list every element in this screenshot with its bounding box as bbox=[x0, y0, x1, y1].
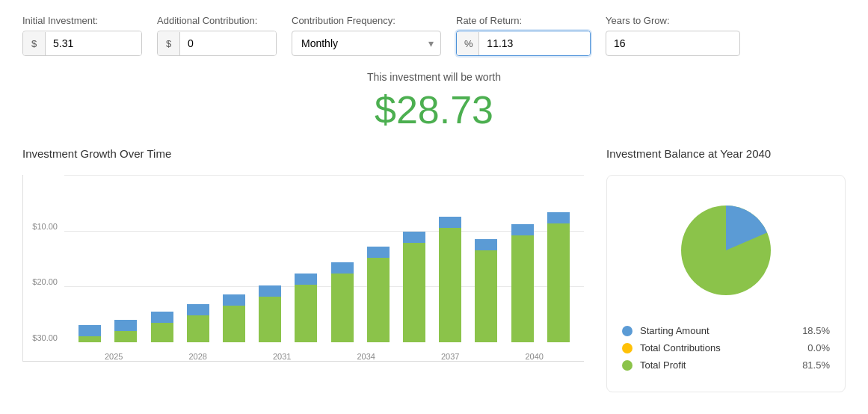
bar-green-0 bbox=[79, 336, 101, 342]
initial-investment-wrapper: $ bbox=[22, 31, 142, 56]
bar-blue-12 bbox=[511, 224, 534, 235]
legend-label-contributions: Total Contributions bbox=[640, 342, 800, 353]
pie-chart-title: Investment Balance at Year 2040 bbox=[606, 147, 846, 160]
legend: Starting Amount 18.5% Total Contribution… bbox=[622, 325, 830, 371]
bar-green-4 bbox=[223, 306, 245, 342]
x-label-0: 2025 bbox=[105, 352, 123, 361]
bar-group-6 bbox=[295, 175, 317, 342]
pie-chart-wrapper bbox=[622, 191, 830, 310]
result-subtitle: This investment will be worth bbox=[22, 71, 846, 83]
contribution-frequency-group: Contribution Frequency: Monthly Annually… bbox=[292, 15, 441, 56]
legend-pct-starting: 18.5% bbox=[802, 325, 830, 336]
x-label-5: 2040 bbox=[526, 352, 544, 361]
bar-green-11 bbox=[475, 250, 497, 342]
initial-investment-label: Initial Investment: bbox=[22, 15, 142, 26]
bar-green-12 bbox=[511, 235, 534, 342]
pie-card: Starting Amount 18.5% Total Contribution… bbox=[606, 175, 846, 392]
bar-blue-0 bbox=[79, 325, 101, 336]
y-label-0: $30.00 bbox=[23, 333, 62, 342]
bar-group-12 bbox=[511, 175, 534, 342]
legend-item-profit: Total Profit 81.5% bbox=[622, 359, 830, 371]
bar-stack-0 bbox=[79, 325, 101, 342]
main-content: Investment Growth Over Time $30.00 $20.0… bbox=[22, 147, 846, 392]
bar-stack-2 bbox=[151, 312, 173, 342]
bar-green-3 bbox=[187, 315, 209, 342]
bar-group-4 bbox=[223, 175, 245, 342]
bar-stack-10 bbox=[439, 217, 461, 342]
legend-pct-contributions: 0.0% bbox=[807, 342, 830, 353]
years-to-grow-label: Years to Grow: bbox=[606, 15, 740, 26]
bar-chart-title: Investment Growth Over Time bbox=[22, 147, 584, 160]
bar-blue-8 bbox=[367, 247, 390, 258]
bar-stack-3 bbox=[187, 304, 209, 342]
rate-of-return-group: Rate of Return: % bbox=[456, 15, 591, 56]
rate-of-return-input[interactable] bbox=[479, 31, 590, 55]
bar-green-1 bbox=[114, 331, 137, 342]
legend-dot-starting bbox=[622, 326, 632, 336]
contribution-frequency-wrapper: Monthly Annually Weekly bbox=[292, 31, 441, 56]
bar-group-2 bbox=[151, 175, 173, 342]
bar-group-3 bbox=[187, 175, 209, 342]
bar-stack-13 bbox=[547, 212, 570, 342]
bar-stack-4 bbox=[223, 294, 245, 342]
bar-group-1 bbox=[114, 175, 137, 342]
bar-blue-3 bbox=[187, 304, 209, 315]
legend-dot-profit bbox=[622, 360, 632, 371]
bar-blue-5 bbox=[259, 285, 281, 297]
bar-green-5 bbox=[259, 297, 281, 342]
additional-contribution-input[interactable] bbox=[180, 31, 276, 55]
legend-item-contributions: Total Contributions 0.0% bbox=[622, 342, 830, 353]
initial-investment-prefix: $ bbox=[23, 32, 46, 55]
legend-pct-profit: 81.5% bbox=[802, 359, 830, 371]
bar-group-11 bbox=[475, 175, 497, 342]
initial-investment-input[interactable] bbox=[46, 31, 141, 55]
x-label-4: 2037 bbox=[441, 352, 459, 361]
x-label-3: 2034 bbox=[357, 352, 375, 361]
contribution-frequency-label: Contribution Frequency: bbox=[292, 15, 441, 26]
bar-blue-6 bbox=[295, 274, 317, 285]
legend-label-starting: Starting Amount bbox=[640, 325, 795, 336]
rate-of-return-label: Rate of Return: bbox=[456, 15, 591, 26]
bar-green-9 bbox=[403, 243, 425, 342]
bar-blue-11 bbox=[475, 239, 497, 250]
contribution-frequency-select[interactable]: Monthly Annually Weekly bbox=[292, 31, 441, 56]
bar-blue-13 bbox=[547, 212, 570, 223]
bar-group-5 bbox=[259, 175, 281, 342]
bar-stack-5 bbox=[259, 285, 281, 342]
bar-stack-7 bbox=[331, 262, 354, 342]
years-to-grow-input[interactable] bbox=[606, 31, 740, 56]
bar-blue-9 bbox=[403, 232, 425, 243]
result-section: This investment will be worth $28.73 bbox=[22, 71, 846, 132]
bar-group-9 bbox=[403, 175, 425, 342]
legend-item-starting: Starting Amount 18.5% bbox=[622, 325, 830, 336]
bar-green-8 bbox=[367, 258, 390, 342]
additional-contribution-group: Additional Contribution: $ bbox=[157, 15, 277, 56]
bar-green-7 bbox=[331, 274, 354, 342]
bar-stack-12 bbox=[511, 224, 534, 342]
x-labels: 2025 2028 2031 2034 2037 2040 bbox=[64, 352, 584, 361]
bar-blue-1 bbox=[114, 320, 137, 331]
x-label-2: 2031 bbox=[273, 352, 291, 361]
bar-green-10 bbox=[439, 228, 461, 342]
y-axis-labels: $30.00 $20.00 $10.00 bbox=[23, 175, 62, 342]
bar-group-8 bbox=[367, 175, 390, 342]
inputs-row: Initial Investment: $ Additional Contrib… bbox=[22, 15, 846, 56]
bar-blue-4 bbox=[223, 294, 245, 306]
additional-contribution-wrapper: $ bbox=[157, 31, 277, 56]
rate-of-return-wrapper: % bbox=[456, 31, 591, 56]
additional-contribution-label: Additional Contribution: bbox=[157, 15, 277, 26]
y-label-1: $20.00 bbox=[23, 277, 62, 286]
bar-stack-8 bbox=[367, 247, 390, 342]
rate-of-return-prefix: % bbox=[457, 32, 479, 55]
pie-chart-svg bbox=[666, 191, 786, 310]
bar-stack-11 bbox=[475, 239, 497, 342]
result-amount: $28.73 bbox=[22, 87, 846, 132]
bar-green-13 bbox=[547, 223, 570, 342]
bar-blue-10 bbox=[439, 217, 461, 228]
x-label-1: 2028 bbox=[189, 352, 207, 361]
bar-stack-1 bbox=[114, 320, 137, 342]
bars-area bbox=[64, 175, 584, 342]
legend-dot-contributions bbox=[622, 343, 632, 353]
initial-investment-group: Initial Investment: $ bbox=[22, 15, 142, 56]
result-currency: $ bbox=[375, 88, 396, 132]
